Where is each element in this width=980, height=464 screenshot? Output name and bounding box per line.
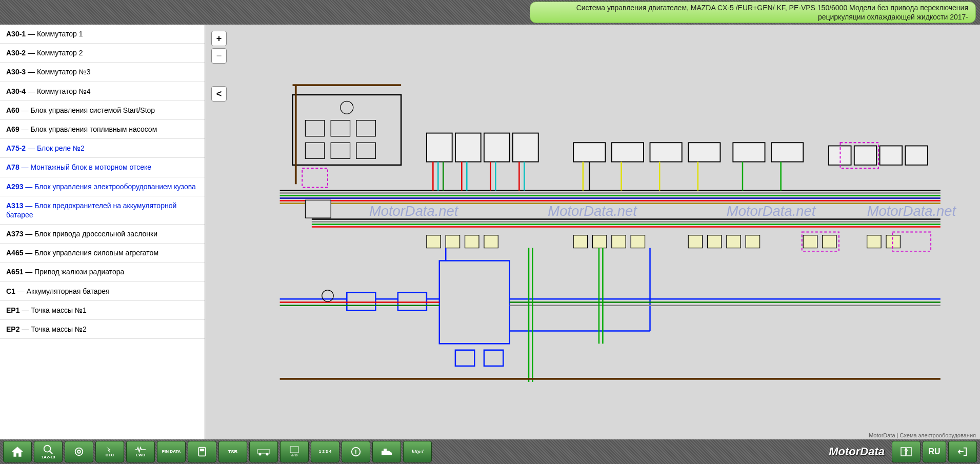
svg-rect-57	[612, 235, 626, 248]
component-label: Блок привода дроссельной заслонки	[34, 230, 157, 238]
list-item[interactable]: A465 — Блок управления силовым агрегатом	[0, 244, 205, 263]
magnifier-icon	[43, 444, 54, 455]
svg-text:MotorData.net: MotorData.net	[548, 203, 637, 219]
svg-rect-53	[465, 235, 479, 248]
dtc-button[interactable]: DTC	[95, 441, 124, 462]
component-code: EP1	[6, 306, 19, 314]
scan-icon	[197, 447, 207, 457]
scan-button[interactable]	[188, 441, 216, 462]
pin-data-button[interactable]: PIN DATA	[157, 441, 186, 462]
component-code: A465	[6, 249, 23, 257]
svg-line-99	[50, 451, 53, 454]
vehicle-button[interactable]	[249, 441, 278, 462]
component-label: Коммутатор 1	[37, 30, 83, 38]
svg-rect-17	[650, 143, 682, 162]
belt-button[interactable]	[65, 441, 93, 462]
car-icon	[257, 448, 270, 456]
brand-label: MotorData	[829, 445, 885, 458]
svg-rect-51	[427, 235, 441, 248]
component-code: A30-2	[6, 49, 26, 57]
warning-circle-icon: !	[350, 446, 362, 457]
http-button[interactable]: http:/	[403, 441, 432, 462]
svg-rect-52	[446, 235, 459, 248]
home-button[interactable]	[3, 441, 32, 462]
page-title: Система управления двигателем, MAZDA CX-…	[530, 2, 976, 23]
fuse-jb-button[interactable]: J/B	[280, 441, 309, 462]
list-item[interactable]: EP1 — Точка массы №1	[0, 301, 205, 320]
wiring-diagram[interactable]: MotorData.net MotorData.net MotorData.ne…	[205, 25, 980, 439]
svg-rect-23	[880, 146, 903, 165]
main-area: A30-1 — Коммутатор 1A30-2 — Коммутатор 2…	[0, 25, 980, 439]
zoom-controls: + − <	[211, 31, 227, 102]
list-item[interactable]: EP2 — Точка массы №2	[0, 320, 205, 339]
component-code: EP2	[6, 325, 19, 333]
svg-rect-18	[688, 143, 720, 162]
list-item[interactable]: A75-2 — Блок реле №2	[0, 139, 205, 158]
component-label: Блок управления системой Start/Stop	[30, 106, 155, 114]
list-item[interactable]: A30-4 — Коммутатор №4	[0, 82, 205, 101]
zoom-in-button[interactable]: +	[211, 31, 227, 46]
svg-text:!: !	[355, 448, 357, 456]
svg-rect-13	[484, 133, 510, 162]
svg-rect-59	[688, 235, 702, 248]
svg-rect-56	[593, 235, 607, 248]
svg-rect-103	[200, 449, 204, 451]
list-item[interactable]: A30-3 — Коммутатор №3	[0, 63, 205, 82]
list-item[interactable]: A30-2 — Коммутатор 2	[0, 44, 205, 63]
svg-rect-104	[257, 450, 270, 453]
component-label: Блок управления электрооборудованием куз…	[34, 183, 196, 191]
list-item[interactable]: A313 — Блок предохранителей на аккумулят…	[0, 196, 205, 225]
svg-rect-12	[455, 133, 481, 162]
fuse-num-button[interactable]: 1 2 3 4	[311, 441, 339, 462]
component-code: C1	[6, 287, 15, 295]
svg-rect-16	[612, 143, 644, 162]
component-label: Привод жалюзи радиатора	[34, 268, 124, 276]
svg-rect-11	[427, 133, 452, 162]
list-item[interactable]: A78 — Монтажный блок в моторном отсеке	[0, 158, 205, 177]
svg-rect-107	[290, 447, 298, 453]
list-item[interactable]: A373 — Блок привода дроссельной заслонки	[0, 225, 205, 244]
component-code: A30-4	[6, 87, 26, 95]
collapse-sidebar-button[interactable]: <	[211, 86, 227, 102]
list-item[interactable]: A293 — Блок управления электрооборудован…	[0, 177, 205, 196]
tsb-button[interactable]: TSB	[218, 441, 247, 462]
home-icon	[11, 445, 24, 458]
svg-rect-65	[867, 235, 881, 248]
language-button[interactable]: RU	[923, 441, 946, 462]
diagram-viewport[interactable]: + − <	[205, 25, 980, 439]
svg-rect-92	[305, 200, 331, 218]
component-label: Коммутатор 2	[37, 49, 83, 57]
diagram-caption: MotorData | Схема электрооборудования	[869, 432, 976, 438]
footer-toolbar: 1AZ-13 DTC EWD PIN DATA TSB J/B 1 2 3 4 …	[0, 439, 980, 464]
component-code: A651	[6, 268, 23, 276]
svg-point-101	[77, 450, 81, 453]
warning-light-button[interactable]: !	[342, 441, 370, 462]
ewd-button[interactable]: EWD	[126, 441, 155, 462]
svg-point-100	[75, 448, 83, 456]
svg-point-98	[44, 446, 51, 452]
component-list[interactable]: A30-1 — Коммутатор 1A30-2 — Коммутатор 2…	[0, 25, 205, 439]
help-button[interactable]: ?	[892, 441, 921, 462]
svg-rect-24	[905, 146, 928, 165]
list-item[interactable]: A30-1 — Коммутатор 1	[0, 25, 205, 44]
list-item[interactable]: C1 — Аккумуляторная батарея	[0, 282, 205, 301]
svg-rect-61	[727, 235, 741, 248]
svg-rect-15	[573, 143, 605, 162]
component-label: Блок управления топливным насосом	[30, 125, 157, 133]
svg-rect-55	[573, 235, 587, 248]
svg-rect-64	[823, 235, 836, 248]
engine-id-button[interactable]: 1AZ-13	[34, 441, 63, 462]
oil-button[interactable]	[372, 441, 401, 462]
svg-rect-22	[854, 146, 877, 165]
zoom-out-button[interactable]: −	[211, 48, 227, 64]
list-item[interactable]: A60 — Блок управления системой Start/Sto…	[0, 101, 205, 120]
svg-text:MotorData.net: MotorData.net	[727, 203, 816, 219]
component-code: A69	[6, 125, 19, 133]
svg-rect-58	[631, 235, 645, 248]
pulley-icon	[73, 446, 85, 457]
wave-icon	[135, 446, 146, 453]
list-item[interactable]: A69 — Блок управления топливным насосом	[0, 120, 205, 139]
list-item[interactable]: A651 — Привод жалюзи радиатора	[0, 263, 205, 281]
svg-rect-63	[803, 235, 817, 248]
exit-button[interactable]	[948, 441, 977, 462]
